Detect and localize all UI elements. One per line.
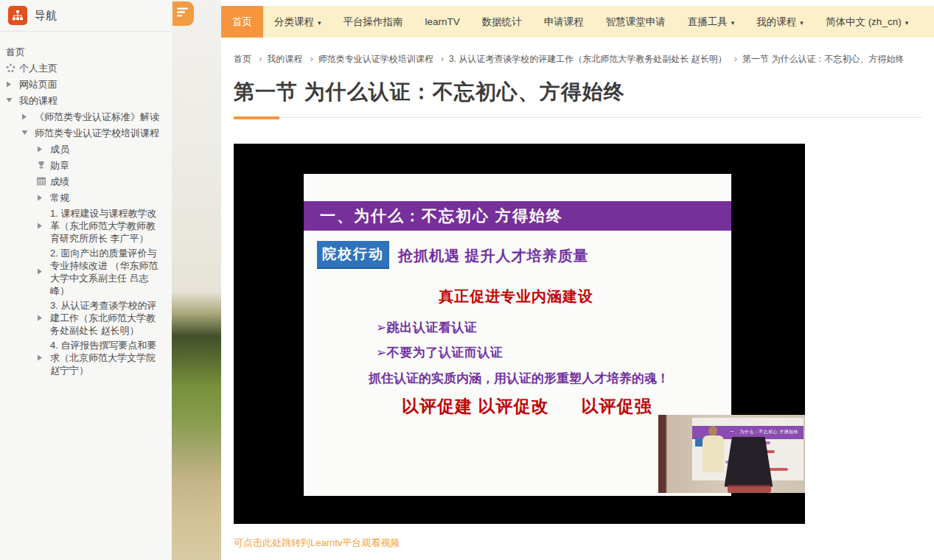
topnav-item-label: 分类课程 <box>274 15 314 29</box>
breadcrumb: 首页 我的课程 师范类专业认证学校培训课程 3. 从认证考查谈学校的评建工作（东… <box>234 53 921 66</box>
slide-slogan-right: 以评促强 <box>581 395 652 418</box>
topnav-item[interactable]: 申请课程 <box>533 6 595 38</box>
topnav-item-label: 申请课程 <box>544 15 584 29</box>
collapsed-icon <box>37 195 47 201</box>
slide-slogan-left: 以评促建 以评促改 <box>402 395 548 418</box>
navigation-tree: 首页 个人主页 网站页面 我的课程 <box>0 32 172 377</box>
pip-speaker <box>708 426 717 436</box>
sidebar-item-label: 常规 <box>50 192 163 204</box>
breadcrumb-item[interactable]: 师范类专业认证学校培训课程 <box>305 54 433 64</box>
topnav-item[interactable]: 简体中文 (zh_cn) <box>815 6 919 38</box>
collapsed-icon <box>37 315 47 321</box>
sidebar-item-label: 首页 <box>6 46 163 58</box>
topnav-item-label: 首页 <box>232 15 252 29</box>
slide-chip-caption: 抢抓机遇 提升人才培养质量 <box>398 246 589 266</box>
topnav-item-label: 平台操作指南 <box>344 15 403 29</box>
sidebar-item[interactable]: 勋章 <box>6 157 163 173</box>
topnav-item[interactable]: 首页 <box>221 6 263 38</box>
pip-podium <box>725 437 773 487</box>
sidebar-item[interactable]: 师范类专业认证学校培训课程 <box>6 125 163 141</box>
collapsed-icon <box>37 223 47 229</box>
breadcrumb-item[interactable]: 首页 <box>234 54 251 64</box>
expanded-icon <box>21 130 32 136</box>
background-photo <box>172 0 221 560</box>
page-title: 第一节 为什么认证：不忘初心、方得始终 <box>234 78 921 106</box>
topnav-item[interactable]: 我的课程 <box>745 6 815 38</box>
slide-banner-heading: 一、为什么：不忘初心 方得始终 <box>304 201 731 231</box>
grades-icon <box>37 177 47 186</box>
profile-icon <box>6 63 16 73</box>
slide-highlight-text: 真正促进专业内涵建设 <box>439 287 593 307</box>
title-divider <box>234 117 921 121</box>
sidebar-toggle-button[interactable] <box>172 1 194 26</box>
sidebar-item[interactable]: 成绩 <box>6 173 163 189</box>
dock-lines-icon <box>177 7 189 20</box>
breadcrumb-item[interactable]: 3. 从认证考查谈学校的评建工作（东北师范大学教务处副处长 赵长明） <box>436 54 727 64</box>
sidebar-item[interactable]: 网站页面 <box>6 76 163 92</box>
sitemap-icon <box>8 6 27 25</box>
main-content: 首页 分类课程 平台操作指南 learnTV 数据统计 <box>221 0 934 560</box>
collapsed-icon <box>37 268 47 275</box>
sidebar-item[interactable]: 1. 课程建设与课程教学改革（东北师范大学教师教育研究所所长 李广平） <box>6 206 163 245</box>
breadcrumb-item[interactable]: 我的课程 <box>254 54 302 64</box>
collapsed-icon <box>6 81 16 88</box>
breadcrumb-item[interactable]: 第一节 为什么认证：不忘初心、方得始终 <box>729 54 904 64</box>
navigation-sidebar: 导航 首页 个人主页 网站页面 <box>0 0 172 560</box>
sidebar-item[interactable]: 3. 从认证考查谈学校的评建工作（东北师范大学教务处副处长 赵长明） <box>6 298 163 337</box>
slide-bullet: ➢跳出认证看认证 <box>376 319 477 336</box>
sidebar-item[interactable]: 个人主页 <box>6 60 163 76</box>
collapsed-icon <box>37 354 47 361</box>
sidebar-item-label: 4. 自评报告撰写要点和要求（北京师范大学文学院 赵宁宁） <box>50 339 163 377</box>
topnav-item-label: 直播工具 <box>688 15 728 29</box>
slide-statement: 抓住认证的实质内涵，用认证的形重塑人才培养的魂！ <box>369 370 669 387</box>
sidebar-item[interactable]: 《师范类专业认证标准》解读 <box>6 108 163 125</box>
topnav-item-label: 我的课程 <box>756 15 796 29</box>
slide-chip: 院校行动 <box>317 241 389 269</box>
sidebar-item[interactable]: 4. 自评报告撰写要点和要求（北京师范大学文学院 赵宁宁） <box>6 337 163 377</box>
topnav-item-label: learnTV <box>425 16 460 27</box>
sidebar-item[interactable]: 常规 <box>6 189 163 206</box>
sidebar-header: 导航 <box>0 0 172 32</box>
sidebar-item-label: 勋章 <box>50 159 163 172</box>
pip-flowers <box>728 485 772 493</box>
slide-bullet: ➢不要为了认证而认证 <box>376 344 503 361</box>
collapsed-icon <box>37 146 47 153</box>
sidebar-item-label: 我的课程 <box>19 94 163 107</box>
topnav-item[interactable]: 数据统计 <box>471 6 533 38</box>
speaker-video-overlay: 一、为什么：不忘初心 方得始终 <box>658 415 805 493</box>
topnav-item[interactable]: 平台操作指南 <box>332 6 414 38</box>
sidebar-item[interactable]: 我的课程 <box>6 92 163 108</box>
trophy-icon <box>37 161 47 169</box>
pip-speaker-body <box>703 435 724 472</box>
sidebar-item-label: 1. 课程建设与课程教学改革（东北师范大学教师教育研究所所长 李广平） <box>50 207 163 245</box>
sidebar-item-label: 《师范类专业认证标准》解读 <box>35 111 163 123</box>
topnav-item-label: 数据统计 <box>482 15 522 29</box>
topnav-item[interactable]: 智慧课堂申请 <box>595 6 677 38</box>
video-player[interactable]: 一、为什么：不忘初心 方得始终 院校行动 抢抓机遇 提升人才培养质量 真正促进专… <box>234 144 805 524</box>
topnav-item[interactable]: learnTV <box>414 6 471 38</box>
sidebar-item-label: 网站页面 <box>19 78 163 91</box>
sidebar-item-label: 师范类专业认证学校培训课程 <box>35 127 163 139</box>
topnav-item-label: 智慧课堂申请 <box>606 15 666 29</box>
slide-slogan: 以评促建 以评促改 以评促强 <box>402 395 652 418</box>
topnav-item[interactable]: 分类课程 <box>263 6 332 38</box>
sidebar-item-label: 3. 从认证考查谈学校的评建工作（东北师范大学教务处副处长 赵长明） <box>50 299 163 337</box>
topnav-item[interactable]: 直播工具 <box>677 6 746 38</box>
sidebar-item-label: 成员 <box>50 143 163 155</box>
sidebar-item-label: 个人主页 <box>19 62 163 74</box>
sidebar-item[interactable]: 成员 <box>6 141 163 157</box>
sidebar-item-label: 2. 面向产出的质量评价与专业持续改进 （华东师范大学中文系副主任 吕志峰） <box>50 247 163 297</box>
expanded-icon <box>6 97 16 103</box>
sidebar-item[interactable]: 2. 面向产出的质量评价与专业持续改进 （华东师范大学中文系副主任 吕志峰） <box>6 245 163 298</box>
sidebar-item[interactable]: 首页 <box>6 43 163 60</box>
topnav-item-label: 简体中文 (zh_cn) <box>826 15 902 29</box>
sidebar-item-label: 成绩 <box>50 175 163 188</box>
learntv-link[interactable]: 可点击此处跳转到Learntv平台观看视频 <box>234 536 400 550</box>
collapsed-icon <box>21 113 32 120</box>
top-navigation: 首页 分类课程 平台操作指南 learnTV 数据统计 <box>221 6 934 38</box>
divider-accent <box>234 116 279 119</box>
moodle-course-page: 导航 首页 个人主页 网站页面 <box>0 0 934 560</box>
sidebar-title: 导航 <box>35 9 57 23</box>
